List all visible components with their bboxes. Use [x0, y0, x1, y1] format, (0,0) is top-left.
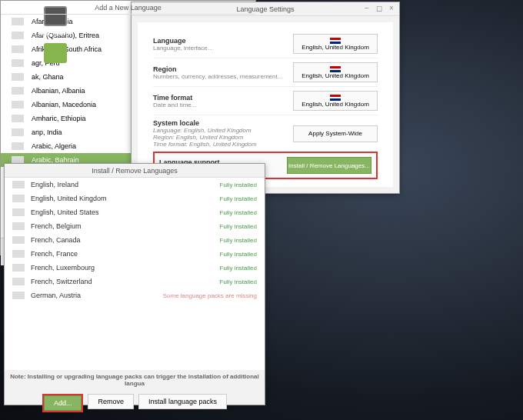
- language-name: English, United Kingdom: [31, 195, 220, 202]
- list-item[interactable]: French, CanadaFully installed: [5, 233, 265, 247]
- uk-flag-icon: [330, 66, 341, 72]
- status-text: Fully installed: [220, 251, 257, 258]
- flag-icon: [12, 222, 25, 230]
- list-item[interactable]: English, United StatesFully installed: [5, 205, 265, 219]
- label: Region: [153, 65, 293, 73]
- language-name: Arabic, Algeria: [32, 142, 76, 150]
- list-item[interactable]: English, IrelandFully installed: [5, 178, 265, 192]
- language-name: French, Canada: [31, 236, 220, 244]
- list-item[interactable]: French, BelgiumFully installed: [5, 219, 265, 233]
- language-name: German, Austria: [31, 292, 163, 299]
- flag-icon: [12, 142, 24, 150]
- language-name: Albanian, Macedonia: [32, 101, 96, 108]
- language-name: anp, India: [32, 128, 62, 136]
- list-item[interactable]: German, AustriaSome language packs are m…: [5, 288, 265, 302]
- list-item[interactable]: French, SwitzerlandFully installed: [5, 275, 265, 288]
- row-locale: System localeLanguage: English, United K…: [153, 115, 378, 152]
- time-select-button[interactable]: English, United Kingdom: [293, 91, 378, 111]
- row-language: LanguageLanguage, interface... English, …: [153, 30, 378, 58]
- status-text: Fully installed: [220, 265, 257, 272]
- flag-icon: [12, 128, 24, 136]
- list-item[interactable]: French, FranceFully installed: [5, 247, 265, 261]
- language-name: English, Ireland: [31, 181, 220, 188]
- desktop-icon-label: Computer: [32, 28, 78, 37]
- installed-languages-list[interactable]: English, IrelandFully installedEnglish, …: [5, 178, 265, 370]
- label: Language: [153, 37, 293, 45]
- language-name: French, Switzerland: [31, 278, 220, 285]
- install-packs-button[interactable]: Install language packs: [138, 394, 227, 409]
- status-text: Fully installed: [220, 278, 257, 285]
- apply-system-wide-button[interactable]: Apply System-Wide: [293, 125, 378, 142]
- flag-icon: [12, 264, 25, 272]
- language-name: ak, Ghana: [32, 73, 64, 81]
- label: System locale: [153, 119, 293, 127]
- status-text: Some language packs are missing: [163, 292, 257, 299]
- uk-flag-icon: [330, 95, 341, 101]
- flag-icon: [12, 32, 24, 39]
- install-note: Note: Installing or upgrading language p…: [5, 370, 265, 390]
- window-title: Install / Remove Languages: [92, 167, 178, 175]
- titlebar[interactable]: Add a New Language: [1, 1, 255, 15]
- desktop-icon-label: Home: [32, 65, 78, 74]
- status-text: Fully installed: [220, 209, 257, 216]
- folder-icon: [44, 43, 67, 63]
- status-text: Fully installed: [220, 182, 257, 188]
- flag-icon: [12, 87, 24, 95]
- flag-icon: [12, 181, 25, 188]
- language-name: Amharic, Ethiopia: [32, 115, 86, 122]
- flag-icon: [12, 250, 25, 258]
- minimize-button[interactable]: −: [362, 4, 371, 13]
- status-text: Fully installed: [220, 237, 257, 244]
- flag-icon: [12, 73, 24, 81]
- desktop-icon-home[interactable]: Home: [32, 43, 78, 74]
- label: Time format: [153, 94, 293, 102]
- maximize-button[interactable]: ◻: [375, 4, 384, 13]
- install-remove-languages-button[interactable]: Install / Remove Languages...: [287, 157, 371, 174]
- flag-icon: [12, 292, 25, 299]
- list-item[interactable]: English, United KingdomFully installed: [5, 192, 265, 205]
- language-name: Albanian, Albania: [32, 87, 85, 95]
- sublabel: Date and time...: [153, 102, 293, 108]
- row-time: Time formatDate and time... English, Uni…: [153, 86, 378, 115]
- close-button[interactable]: ×: [387, 4, 396, 13]
- install-remove-languages-window: Install / Remove Languages English, Irel…: [4, 163, 265, 405]
- row-region: RegionNumbers, currency, addresses, meas…: [153, 58, 378, 86]
- sublabel: Language, interface...: [153, 45, 293, 52]
- language-select-button[interactable]: English, United Kingdom: [293, 34, 378, 54]
- flag-icon: [12, 101, 24, 108]
- flag-icon: [12, 18, 24, 25]
- flag-icon: [12, 115, 24, 122]
- region-select-button[interactable]: English, United Kingdom: [293, 62, 378, 82]
- remove-button[interactable]: Remove: [88, 394, 134, 409]
- flag-icon: [12, 236, 25, 244]
- flag-icon: [12, 208, 25, 216]
- highlight-add: Add...: [42, 394, 84, 412]
- flag-icon: [12, 59, 24, 67]
- status-text: Fully installed: [220, 223, 257, 230]
- uk-flag-icon: [330, 38, 341, 44]
- window-title: Add a New Language: [95, 4, 162, 12]
- status-text: Fully installed: [220, 195, 257, 202]
- list-item[interactable]: French, LuxembourgFully installed: [5, 261, 265, 275]
- language-name: French, France: [31, 250, 220, 258]
- flag-icon: [12, 45, 24, 53]
- flag-icon: [12, 278, 25, 285]
- sublabel: Numbers, currency, addresses, measuremen…: [153, 73, 293, 80]
- language-name: French, Luxembourg: [31, 264, 220, 272]
- language-name: English, United States: [31, 208, 220, 216]
- add-button[interactable]: Add...: [44, 395, 82, 411]
- flag-icon: [12, 195, 25, 202]
- language-name: French, Belgium: [31, 222, 220, 230]
- titlebar[interactable]: Install / Remove Languages: [5, 164, 265, 178]
